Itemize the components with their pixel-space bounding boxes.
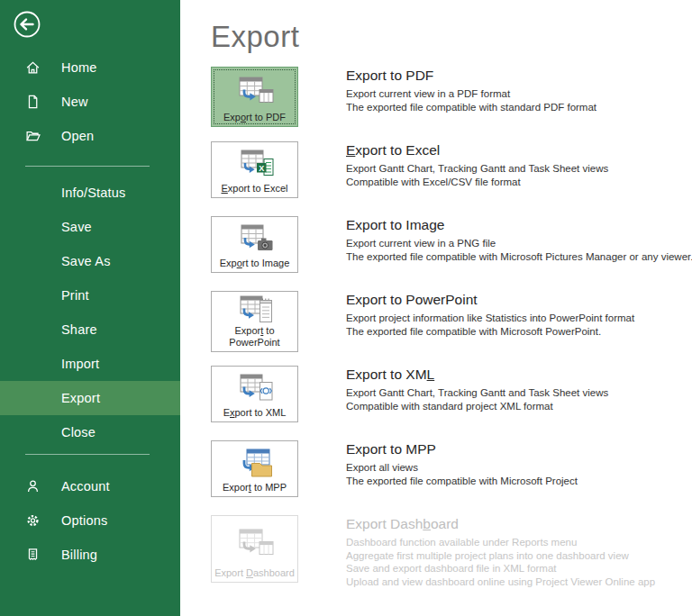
export-to-xml-button[interactable]: Export to XML [211, 366, 298, 422]
new-document-icon [25, 95, 41, 110]
sidebar: Home New Open Info/ [0, 0, 180, 616]
export-to-powerpoint-icon [234, 295, 276, 325]
sidebar-item-open[interactable]: Open [0, 119, 180, 153]
option-heading: Export to PowerPoint [346, 292, 634, 308]
sidebar-item-export[interactable]: Export [0, 381, 180, 415]
option-text: Export to PDF Export current view in a P… [346, 67, 596, 113]
export-to-excel-icon: X [234, 149, 276, 179]
home-icon [25, 60, 41, 76]
export-dashboard-button[interactable]: Export Dashboard [211, 515, 298, 583]
open-folder-icon [25, 129, 41, 144]
sidebar-item-close[interactable]: Close [0, 415, 180, 449]
option-description: Dashboard function available under Repor… [346, 536, 655, 549]
sidebar-item-share[interactable]: Share [0, 313, 180, 347]
option-description: Export Gantt Chart, Tracking Gantt and T… [346, 162, 608, 176]
sidebar-item-billing[interactable]: Billing [0, 538, 180, 572]
option-heading: Export to Excel [346, 142, 608, 159]
sidebar-item-label: Billing [61, 548, 97, 562]
option-description: Export project information like Statisti… [346, 312, 634, 325]
sidebar-item-label: New [61, 95, 88, 109]
page-title: Export [211, 20, 299, 54]
export-page: Export Export to PDF [180, 0, 692, 616]
sidebar-nav: Home New Open Info/ [0, 50, 180, 572]
sidebar-item-account[interactable]: Account [0, 469, 180, 503]
sidebar-item-label: Import [61, 357, 99, 371]
sidebar-item-save[interactable]: Save [0, 210, 180, 244]
option-description: Export Gantt Chart, Tracking Gantt and T… [346, 386, 608, 400]
export-option-row-pdf: Export to PDF Export to PDF Export curre… [211, 67, 596, 127]
export-to-excel-button[interactable]: X Export to Excel [211, 141, 298, 198]
sidebar-item-label: Open [61, 129, 94, 143]
export-to-mpp-icon [234, 448, 276, 478]
option-description: Compatible with standard project XML for… [346, 400, 608, 413]
export-to-mpp-button[interactable]: Export to MPP [211, 440, 298, 497]
option-description: Upload and view dashboard online using P… [346, 575, 655, 589]
export-option-row-mpp: Export to MPP Export to MPP Export all v… [211, 440, 578, 497]
tile-label: Export to PDF [214, 112, 296, 123]
sidebar-item-label: Close [61, 425, 96, 439]
sidebar-item-label: Options [61, 513, 107, 528]
export-option-row-image: Export to Image Export to Image Export c… [211, 216, 692, 273]
option-description: The exported file compatible with standa… [346, 101, 596, 114]
export-to-pdf-button[interactable]: Export to PDF [211, 67, 298, 127]
sidebar-item-print[interactable]: Print [0, 278, 180, 313]
sidebar-item-save-as[interactable]: Save As [0, 244, 180, 278]
sidebar-divider [25, 166, 150, 167]
sidebar-item-label: Print [61, 288, 89, 303]
options-gear-icon [25, 513, 41, 529]
sidebar-item-new[interactable]: New [0, 85, 180, 119]
account-person-icon [25, 479, 41, 494]
export-to-xml-icon [234, 374, 276, 403]
back-arrow-icon [12, 27, 42, 42]
tile-label: Export to Excel [214, 183, 296, 195]
option-heading: Export to Image [346, 217, 692, 233]
export-to-image-icon [234, 224, 276, 254]
option-description: Export current view in a PNG file [346, 237, 692, 250]
tile-label: Export to PowerPoint [214, 325, 296, 348]
option-text: Export to Excel Export Gantt Chart, Trac… [346, 141, 608, 188]
option-heading: Export to PDF [346, 68, 596, 84]
option-heading: Export Dashboard [346, 516, 655, 532]
svg-text:X: X [259, 163, 264, 172]
back-button[interactable] [12, 9, 42, 40]
billing-receipt-icon [25, 548, 41, 563]
sidebar-item-label: Home [61, 60, 96, 75]
sidebar-item-label: Account [61, 479, 110, 494]
export-to-pdf-icon [234, 77, 276, 106]
export-option-row-xml: Export to XML Export to XML Export Gantt… [211, 366, 608, 422]
option-text: Export Dashboard Dashboard function avai… [346, 515, 655, 588]
option-text: Export to PowerPoint Export project info… [346, 291, 634, 338]
option-description: Save and export dashboard file in XML fo… [346, 562, 655, 575]
export-option-row-dashboard: Export Dashboard Export Dashboard Dashbo… [211, 515, 655, 588]
sidebar-item-label: Save [61, 220, 92, 234]
export-to-powerpoint-button[interactable]: Export to PowerPoint [211, 291, 298, 352]
tile-label: Export to XML [214, 407, 296, 419]
option-description: Export current view in a PDF format [346, 87, 596, 101]
option-description: The exported file compatible with Micros… [346, 250, 692, 264]
tile-label: Export Dashboard [214, 567, 296, 579]
sidebar-item-label: Export [61, 391, 100, 405]
option-description: Compatible with Excel/CSV file format [346, 176, 608, 189]
sidebar-item-options[interactable]: Options [0, 503, 180, 538]
tile-label: Export to MPP [214, 482, 296, 494]
export-dashboard-icon [234, 529, 276, 558]
export-option-row-powerpoint: Export to PowerPoint Export to PowerPoin… [211, 291, 634, 352]
option-description: Export all views [346, 461, 578, 475]
option-description: The exported file compatible with Micros… [346, 325, 634, 339]
sidebar-item-label: Share [61, 322, 97, 337]
option-description: Aggregate first multiple project plans i… [346, 549, 655, 563]
export-option-row-excel: X Export to Excel Export to Excel Export… [211, 141, 608, 198]
option-text: Export to XML Export Gantt Chart, Tracki… [346, 366, 608, 412]
option-text: Export to MPP Export all views The expor… [346, 440, 578, 487]
sidebar-item-label: Save As [61, 254, 111, 268]
sidebar-item-import[interactable]: Import [0, 347, 180, 381]
option-description: The exported file compatible with Micros… [346, 475, 578, 488]
export-to-image-button[interactable]: Export to Image [211, 216, 298, 273]
sidebar-item-home[interactable]: Home [0, 50, 180, 85]
sidebar-item-info-status[interactable]: Info/Status [0, 176, 180, 210]
option-text: Export to Image Export current view in a… [346, 216, 692, 263]
sidebar-item-label: Info/Status [61, 186, 126, 200]
tile-label: Export to Image [214, 258, 296, 269]
option-heading: Export to XML [346, 367, 608, 383]
backstage-view: Home New Open Info/ [0, 0, 692, 616]
